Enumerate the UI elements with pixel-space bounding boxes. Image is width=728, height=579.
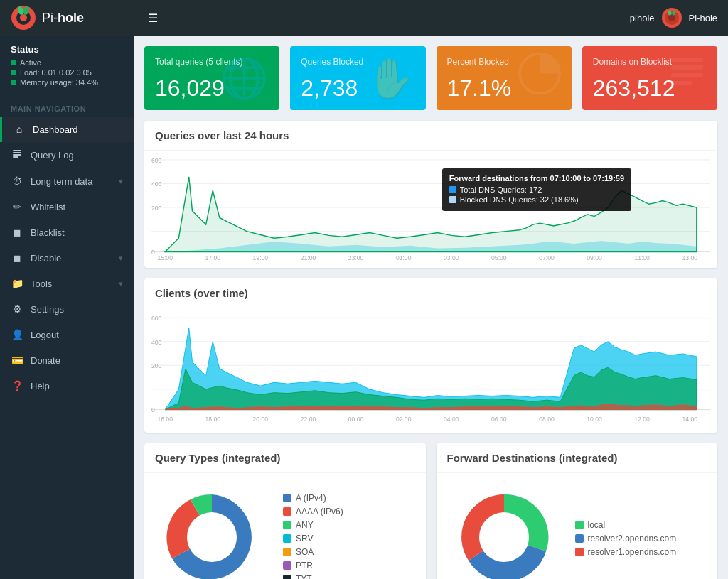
clients-header: Clients (over time) [144,278,717,308]
main-content: ☰ pihole Pi-hole Total queries (5 client… [134,0,728,579]
query-types-panel: Query Types (integrated) [144,443,426,579]
svg-text:00:00: 00:00 [348,416,364,423]
legend-label-resolver2: resolver2.opendns.com [588,534,677,543]
svg-text:0: 0 [151,406,155,413]
svg-text:20:00: 20:00 [253,416,269,423]
legend-label-a: A (IPv4) [296,493,326,503]
legend-resolver2: resolver2.opendns.com [575,534,677,543]
stat-card-blocked: Queries Blocked 2,738 ✋ [290,46,425,110]
globe-icon: 🌐 [220,55,269,102]
legend-label-soa: SOA [296,547,314,557]
svg-point-65 [187,512,237,562]
legend-label-txt: TXT [296,574,312,580]
legend-aaaa: AAAA (IPv6) [283,507,343,516]
query-types-header: Query Types (integrated) [144,443,426,473]
forward-destinations-legend: local resolver2.opendns.com resolver1.op… [575,520,677,557]
sidebar-logo: Pi-hole [11,5,84,31]
clients-panel: Clients (over time) 600 400 200 0 [144,278,717,433]
nav-label-blacklist: Blacklist [31,227,65,238]
legend-ptr: PTR [283,561,343,570]
nav-item-help[interactable]: ❓ Help [0,373,134,399]
content-area: Total queries (5 clients) 16,029 🌐 Queri… [134,36,728,579]
nav-label-whitelist: Whitelist [31,202,65,212]
svg-text:04:00: 04:00 [444,416,459,423]
legend-dot-aaaa [283,507,291,516]
queries-24h-chart-wrapper: 600 400 200 0 15:00 17:00 19:00 21:00 2 [151,154,710,264]
legend-dot-txt [283,575,291,580]
legend-srv: SRV [283,534,343,543]
svg-rect-16 [671,73,703,77]
svg-text:08:00: 08:00 [539,416,555,423]
legend-dot-a [283,494,291,502]
status-title: Status [11,44,123,55]
svg-text:12:00: 12:00 [634,416,650,423]
nav-item-long-term[interactable]: ⏱ Long term data ▾ [0,168,134,194]
legend-a-ipv4: A (IPv4) [283,493,343,503]
nav-item-logout[interactable]: 👤 Logout [0,322,134,347]
status-memory: Memory usage: 34.4% [11,78,123,87]
svg-text:16:00: 16:00 [157,416,173,423]
nav-item-donate[interactable]: 💳 Donate [0,347,134,373]
legend-dot-ptr [283,561,291,570]
svg-text:01:00: 01:00 [396,254,412,261]
forward-destinations-header: Forward Destinations (integrated) [437,443,718,473]
nav-item-dashboard[interactable]: ⌂ Dashboard [0,117,134,142]
legend-label-local: local [588,520,606,530]
disable-arrow: ▾ [119,254,123,263]
legend-dot-resolver1 [575,548,584,556]
svg-point-2 [20,14,27,21]
help-icon: ❓ [11,380,23,391]
svg-rect-17 [671,81,692,85]
topbar: ☰ pihole Pi-hole [134,0,728,36]
legend-dot-soa [283,548,291,556]
dashboard-icon: ⌂ [13,124,26,135]
nav-item-blacklist[interactable]: ◼ Blacklist [0,220,134,245]
queries-24h-header: Queries over last 24 hours [144,121,717,151]
svg-text:19:00: 19:00 [253,254,269,261]
nav-item-tools[interactable]: 📁 Tools ▾ [0,271,134,296]
load-dot [11,70,16,75]
query-types-legend: A (IPv4) AAAA (IPv6) ANY SRV [283,493,343,580]
forward-destinations-chart [447,484,561,579]
nav-item-settings[interactable]: ⚙ Settings [0,296,134,322]
logo-icon [11,5,36,31]
svg-point-10 [668,14,675,21]
sidebar-header: Pi-hole [0,0,134,36]
query-log-icon [11,149,23,161]
nav-item-whitelist[interactable]: ✏ Whitelist [0,194,134,220]
svg-text:0: 0 [151,249,155,256]
stats-row: Total queries (5 clients) 16,029 🌐 Queri… [144,46,717,110]
legend-dot-local [575,521,584,529]
queries-24h-title: Queries over last 24 hours [155,129,707,141]
bottom-row: Query Types (integrated) [144,443,717,579]
topbar-right: pihole Pi-hole [630,8,717,28]
tools-icon: 📁 [11,278,23,289]
settings-icon: ⚙ [11,303,23,315]
svg-marker-28 [165,177,697,251]
nav-item-disable[interactable]: ◼ Disable ▾ [0,245,134,271]
svg-text:09:00: 09:00 [587,254,602,261]
stat-card-blocklist: Domains on Blocklist 263,512 [582,46,717,110]
nav-item-query-log[interactable]: Query Log [0,142,134,168]
svg-text:600: 600 [151,157,162,164]
nav-label-dashboard: Dashboard [33,124,78,135]
svg-text:600: 600 [151,315,162,322]
svg-text:400: 400 [151,180,162,188]
query-types-chart [155,484,269,579]
forward-destinations-title: Forward Destinations (integrated) [447,452,707,464]
svg-point-66 [479,512,529,562]
query-types-title: Query Types (integrated) [155,452,415,464]
whitelist-icon: ✏ [11,201,23,212]
sidebar-toggle-button[interactable]: ☰ [144,8,161,28]
clients-body: 600 400 200 0 16:00 18:00 20:00 22:00 00… [144,308,717,433]
forward-destinations-panel: Forward Destinations (integrated) [437,443,718,579]
query-types-body: A (IPv4) AAAA (IPv6) ANY SRV [144,473,426,579]
svg-text:11:00: 11:00 [634,254,650,261]
svg-rect-14 [671,58,703,62]
svg-text:05:00: 05:00 [491,254,507,261]
legend-any: ANY [283,520,343,530]
svg-rect-6 [13,152,21,153]
legend-label-resolver1: resolver1.opendns.com [588,547,677,557]
svg-text:21:00: 21:00 [301,254,316,261]
nav-label-logout: Logout [31,330,59,340]
